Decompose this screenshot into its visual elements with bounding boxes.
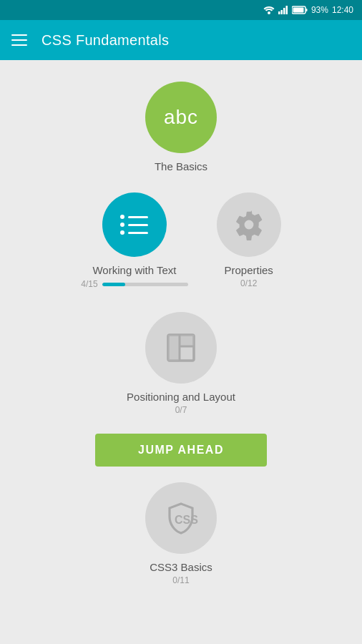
toolbar: CSS Fundamentals [0, 20, 362, 60]
svg-rect-1 [278, 11, 280, 14]
positioning-label: Positioning and Layout [127, 391, 235, 403]
layout-icon [164, 331, 198, 365]
svg-point-0 [268, 11, 270, 14]
properties-progress-text: 0/12 [240, 278, 257, 288]
text-progress-text: 4/15 [81, 279, 97, 289]
list-lines-icon [120, 215, 148, 235]
svg-rect-7 [293, 8, 303, 13]
properties-icon [217, 192, 281, 257]
course-item-basics[interactable]: abc The Basics [145, 82, 217, 172]
svg-text:CSS: CSS [175, 514, 198, 526]
battery-text: 93% [311, 5, 328, 15]
basics-icon-text: abc [164, 106, 198, 129]
svg-rect-9 [168, 335, 180, 361]
toolbar-title: CSS Fundamentals [41, 32, 169, 49]
svg-rect-4 [285, 6, 288, 14]
css3-label: CSS3 Basics [150, 561, 212, 573]
text-icon [102, 192, 167, 257]
text-label: Working with Text [92, 264, 176, 276]
signal-icon [278, 6, 288, 14]
basics-icon: abc [145, 82, 217, 153]
status-icons: 93% 12:40 [263, 5, 353, 15]
status-bar: 93% 12:40 [0, 0, 362, 20]
course-item-properties[interactable]: Properties 0/12 [217, 192, 281, 288]
jump-ahead-button[interactable]: JUMP AHEAD [95, 434, 267, 467]
courses-row-1: Working with Text 4/15 Properties 0/12 [14, 192, 348, 289]
battery-icon [292, 6, 308, 14]
text-progress-bar [102, 283, 188, 286]
wifi-icon [263, 6, 275, 14]
main-content: abc The Basics Working with Text 4/15 [0, 60, 362, 644]
text-progress: 4/15 [81, 279, 187, 289]
positioning-icon [145, 312, 217, 384]
hamburger-menu[interactable] [11, 34, 27, 46]
positioning-progress-text: 0/7 [175, 405, 187, 415]
time-text: 12:40 [332, 5, 353, 15]
gear-icon [233, 209, 265, 240]
svg-rect-3 [283, 8, 285, 14]
properties-label: Properties [224, 264, 273, 276]
svg-rect-6 [305, 9, 307, 11]
svg-rect-2 [280, 10, 283, 14]
course-item-positioning[interactable]: Positioning and Layout 0/7 [127, 312, 235, 415]
course-item-css3[interactable]: CSS CSS3 Basics 0/11 [145, 482, 217, 585]
basics-label: The Basics [155, 160, 207, 172]
css3-icon: CSS [145, 482, 217, 554]
text-progress-fill [102, 283, 125, 286]
course-item-text[interactable]: Working with Text 4/15 [81, 192, 187, 289]
svg-rect-10 [180, 335, 194, 346]
css3-progress-text: 0/11 [172, 575, 189, 585]
shield-icon: CSS [164, 501, 198, 535]
